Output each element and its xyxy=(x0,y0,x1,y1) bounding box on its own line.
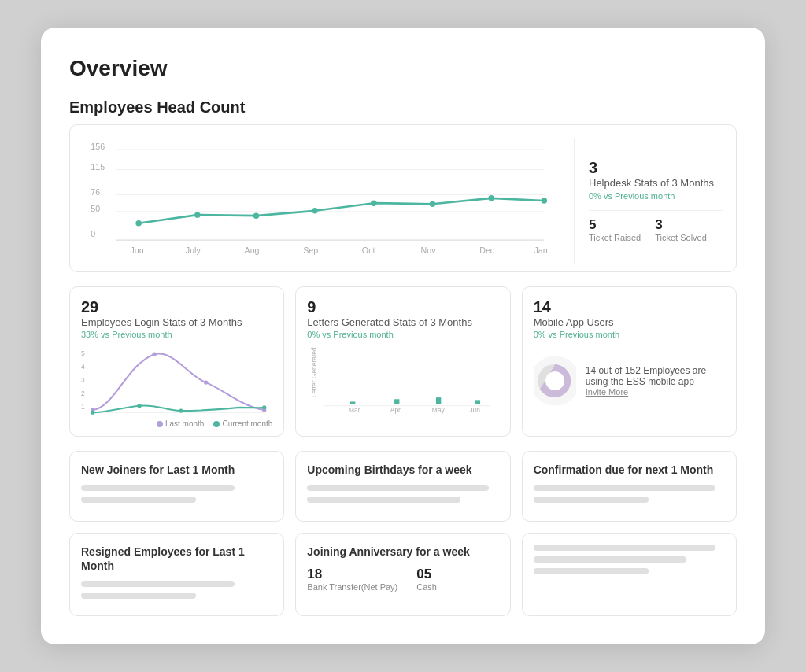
new-joiners-title: New Joiners for Last 1 Month xyxy=(81,463,272,477)
svg-text:Nov: Nov xyxy=(421,246,437,255)
svg-point-43 xyxy=(137,404,141,408)
svg-point-12 xyxy=(253,212,259,218)
svg-text:Oct: Oct xyxy=(362,246,375,255)
skeleton-line xyxy=(534,568,649,574)
letters-stats-vs: 0% vs Previous month xyxy=(307,330,498,339)
upcoming-birthdays-card: Upcoming Birthdays for a week xyxy=(295,451,510,522)
svg-text:1: 1 xyxy=(81,403,85,411)
svg-text:15: 15 xyxy=(154,415,162,416)
svg-point-45 xyxy=(262,405,266,409)
svg-text:May: May xyxy=(432,406,446,414)
login-stats-vs: 33% vs Previous month xyxy=(81,330,272,339)
ticket-raised: 5 Ticket Raised xyxy=(589,217,641,242)
helpdesk-stats-row: 5 Ticket Raised 3 Ticket Solved xyxy=(589,210,723,242)
svg-text:50: 50 xyxy=(91,204,100,213)
helpdesk-number: 3 xyxy=(589,159,723,177)
svg-point-11 xyxy=(194,212,200,217)
joining-anniversary-card: Joining Anniversary for a week 18 Bank T… xyxy=(295,533,510,616)
svg-text:Aug: Aug xyxy=(245,246,260,255)
mobile-users-desc: 14 out of 152 Employees are using the ES… xyxy=(586,365,725,397)
ticket-raised-num: 5 xyxy=(589,217,641,233)
ticket-solved-label: Ticket Solved xyxy=(655,233,707,242)
headcount-card: 156 115 76 50 0 xyxy=(69,124,737,272)
svg-text:10: 10 xyxy=(123,415,131,416)
skeleton-line xyxy=(534,556,687,563)
svg-text:0: 0 xyxy=(91,229,95,238)
helpdesk-panel: 3 Helpdesk Stats of 3 Months 0% vs Previ… xyxy=(574,138,723,264)
svg-text:3: 3 xyxy=(81,376,85,384)
svg-text:115: 115 xyxy=(91,161,105,171)
svg-text:156: 156 xyxy=(91,142,105,151)
svg-point-14 xyxy=(371,200,376,205)
mobile-users-card: 14 Mobile App Users 0% vs Previous month xyxy=(522,286,737,437)
letters-stats-card: 9 Letters Generated Stats of 3 Months 0%… xyxy=(295,286,510,437)
skeleton-line xyxy=(81,497,196,503)
joining-anniversary-row: 18 Bank Transfer(Net Pay) 05 Cash xyxy=(307,567,498,592)
mobile-users-content: 14 out of 152 Employees are using the ES… xyxy=(534,345,725,416)
svg-point-17 xyxy=(542,198,547,203)
svg-text:Jan: Jan xyxy=(534,246,548,255)
svg-text:4: 4 xyxy=(81,363,85,371)
svg-text:July: July xyxy=(186,246,202,255)
invite-more-link[interactable]: Invite More xyxy=(586,387,725,397)
svg-text:20: 20 xyxy=(186,415,194,416)
mobile-pie-chart xyxy=(534,345,576,416)
skeleton-line xyxy=(81,485,235,491)
svg-text:Jun: Jun xyxy=(130,246,143,255)
stats-row: 29 Employees Login Stats of 3 Months 33%… xyxy=(69,286,737,437)
svg-point-10 xyxy=(135,220,141,226)
ticket-raised-label: Ticket Raised xyxy=(589,233,641,242)
skeleton-line xyxy=(81,581,235,587)
svg-point-39 xyxy=(152,352,156,356)
cash-item: 05 Cash xyxy=(416,567,437,592)
login-mini-chart: 5 4 3 2 1 5 10 15 20 25 30 xyxy=(81,345,272,416)
svg-text:Sep: Sep xyxy=(303,246,318,255)
svg-point-57 xyxy=(545,371,564,390)
svg-text:2: 2 xyxy=(81,390,85,397)
helpdesk-vs: 0% vs Previous month xyxy=(589,191,723,201)
bank-transfer-item: 18 Bank Transfer(Net Pay) xyxy=(307,567,397,592)
svg-text:5: 5 xyxy=(93,415,97,416)
bank-transfer-label: Bank Transfer(Net Pay) xyxy=(307,582,397,592)
main-card: Overview Employees Head Count 156 115 76… xyxy=(41,28,765,644)
skeleton-line xyxy=(81,593,196,599)
helpdesk-label: Helpdesk Stats of 3 Months xyxy=(589,177,723,189)
letters-mini-chart: Letter Generated Mar Apr May Jun xyxy=(307,345,498,416)
legend-last: Last month xyxy=(165,419,204,428)
svg-point-44 xyxy=(179,408,183,412)
confirmation-due-card: Confirmation due for next 1 Month xyxy=(522,451,737,522)
confirmation-due-title: Confirmation due for next 1 Month xyxy=(534,463,725,477)
svg-point-15 xyxy=(430,201,435,206)
joining-anniversary-title: Joining Anniversary for a week xyxy=(307,545,498,559)
svg-point-40 xyxy=(204,380,208,384)
resigned-employees-title: Resigned Employees for Last 1 Month xyxy=(81,545,272,573)
svg-text:5: 5 xyxy=(81,349,85,357)
page-title: Overview xyxy=(69,56,737,81)
skeleton-line xyxy=(307,485,489,491)
mobile-users-vs: 0% vs Previous month xyxy=(534,330,725,339)
resigned-employees-card: Resigned Employees for Last 1 Month xyxy=(69,533,284,616)
login-stats-num: 29 xyxy=(81,298,272,316)
svg-point-16 xyxy=(488,195,494,201)
empty-card xyxy=(522,533,737,616)
upcoming-birthdays-title: Upcoming Birthdays for a week xyxy=(307,463,498,477)
mobile-users-num: 14 xyxy=(534,298,725,316)
mobile-users-title: Mobile App Users xyxy=(534,316,725,328)
svg-point-13 xyxy=(312,208,317,213)
letters-stats-num: 9 xyxy=(307,298,498,316)
letters-stats-title: Letters Generated Stats of 3 Months xyxy=(307,316,498,328)
skeleton-line xyxy=(307,497,460,503)
ticket-solved-num: 3 xyxy=(655,217,707,233)
new-joiners-card: New Joiners for Last 1 Month xyxy=(69,451,284,522)
login-chart-legend: Last month Current month xyxy=(81,419,272,428)
headcount-chart: 156 115 76 50 0 xyxy=(78,138,574,264)
bank-transfer-num: 18 xyxy=(307,567,397,582)
svg-text:30: 30 xyxy=(248,415,256,416)
bottom-grid: New Joiners for Last 1 Month Upcoming Bi… xyxy=(69,451,737,616)
svg-text:Mar: Mar xyxy=(349,406,360,414)
svg-text:Letter Generated: Letter Generated xyxy=(310,347,318,397)
ticket-solved: 3 Ticket Solved xyxy=(655,217,707,242)
login-stats-card: 29 Employees Login Stats of 3 Months 33%… xyxy=(69,286,284,437)
svg-point-42 xyxy=(91,410,94,414)
svg-text:76: 76 xyxy=(91,186,100,196)
